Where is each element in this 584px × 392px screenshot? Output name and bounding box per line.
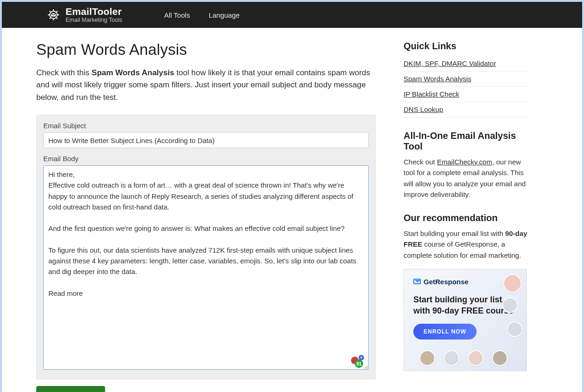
avatar-icon xyxy=(444,350,459,366)
quick-link-dkim[interactable]: DKIM, SPF, DMARC Validator xyxy=(404,59,496,67)
quick-links-heading: Quick Links xyxy=(404,41,529,52)
emailchecky-link[interactable]: EmailChecky.com xyxy=(437,158,492,166)
recommendation-heading: Our recommendation xyxy=(404,213,529,223)
avatar-icon xyxy=(419,350,435,366)
nav-all-tools[interactable]: All Tools xyxy=(164,11,190,19)
ad-headline: Start building your list with 90-day FRE… xyxy=(413,294,517,317)
avatar-icon xyxy=(502,297,518,313)
quick-link-dns[interactable]: DNS Lookup xyxy=(404,105,443,113)
ad-brand: GetResponse xyxy=(413,278,517,286)
analyse-email-button[interactable]: Analyse Email ❯ xyxy=(36,386,105,392)
email-subject-input[interactable] xyxy=(43,132,369,148)
top-navbar: EmailTooler Email Marketing Tools All To… xyxy=(2,2,582,28)
avatar-icon xyxy=(503,274,522,293)
quick-link-blacklist[interactable]: IP Blacklist Check xyxy=(404,90,459,98)
quick-links-list: DKIM, SPF, DMARC Validator Spam Words An… xyxy=(404,56,529,118)
brand-name: EmailTooler xyxy=(66,7,122,17)
gear-envelope-icon xyxy=(46,7,61,22)
getresponse-ad[interactable]: GetResponse Start building your list wit… xyxy=(404,269,527,371)
envelope-icon xyxy=(413,279,421,284)
allinone-text: Check out EmailChecky.com, our new tool … xyxy=(404,157,529,200)
email-body-textarea[interactable] xyxy=(43,165,369,370)
avatar-icon xyxy=(492,350,508,366)
brand-tagline: Email Marketing Tools xyxy=(66,17,122,23)
recommendation-text: Start building your email list with 90-d… xyxy=(404,228,529,261)
avatar-icon xyxy=(468,350,484,366)
intro-text: Check with this Spam Words Analysis tool… xyxy=(36,67,376,104)
page-title: Spam Words Analysis xyxy=(36,41,376,59)
body-label: Email Body xyxy=(43,155,369,163)
avatar-icon xyxy=(507,321,523,337)
allinone-heading: All-In-One Email Analysis Tool xyxy=(404,131,529,152)
quick-link-spam[interactable]: Spam Words Analysis xyxy=(404,75,471,83)
subject-label: Email Subject xyxy=(43,122,369,130)
spam-form-card: Email Subject Email Body 91 + xyxy=(36,115,376,379)
nav-language[interactable]: Language xyxy=(209,11,240,19)
ad-enroll-button[interactable]: ENROLL NOW xyxy=(413,324,477,340)
brand[interactable]: EmailTooler Email Marketing Tools xyxy=(46,7,122,23)
